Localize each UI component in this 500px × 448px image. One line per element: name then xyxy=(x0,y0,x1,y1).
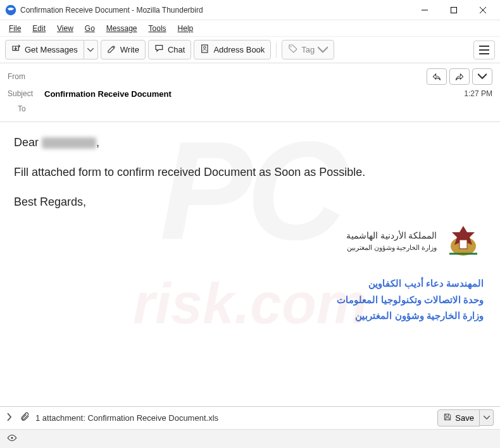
svg-rect-12 xyxy=(459,240,467,249)
menu-message[interactable]: Message xyxy=(101,22,142,35)
address-book-label: Address Book xyxy=(213,45,265,54)
sig-line-2: وحدة الاتصالات وتكنولوجيا المعلومات xyxy=(337,292,484,308)
menu-bar: File Edit View Go Message Tools Help xyxy=(0,20,500,37)
signature-block: المملكة الأردنية الهاشمية وزارة الخارجية… xyxy=(337,223,484,324)
get-messages-button[interactable]: Get Messages xyxy=(5,40,84,59)
chat-icon xyxy=(154,44,165,56)
tag-label: Tag xyxy=(301,45,315,54)
address-book-button[interactable]: Address Book xyxy=(194,40,271,59)
tag-button[interactable]: Tag xyxy=(282,40,334,59)
attachment-bar: 1 attachment: Confirmation Receive Docum… xyxy=(0,406,500,429)
menu-go[interactable]: Go xyxy=(80,22,100,35)
chat-label: Chat xyxy=(168,45,185,54)
redacted-name xyxy=(42,137,96,149)
title-bar: Confirmation Receive Document - Mozilla … xyxy=(0,0,500,20)
from-label: From xyxy=(8,72,44,81)
more-actions-button[interactable] xyxy=(472,68,492,85)
svg-rect-2 xyxy=(451,7,457,13)
message-headers: From Subject Confirmation Receive Docume… xyxy=(0,63,500,122)
save-attachment-button[interactable]: Save xyxy=(437,409,480,426)
menu-file[interactable]: File xyxy=(4,22,26,35)
reply-button[interactable] xyxy=(427,68,447,85)
body-line-1: Fill attached form to confirm received D… xyxy=(14,165,486,180)
toolbar-separator xyxy=(276,42,277,58)
svg-point-13 xyxy=(11,437,13,439)
sig-top-2: وزارة الخارجية وشؤون المغتربين xyxy=(346,242,437,253)
greeting-prefix: Dear xyxy=(14,136,42,149)
get-messages-dropdown[interactable] xyxy=(84,40,98,59)
chat-button[interactable]: Chat xyxy=(148,40,191,59)
message-time: 1:27 PM xyxy=(464,89,492,98)
toolbar: Get Messages Write Chat Address Book Tag xyxy=(0,37,500,63)
sig-top-1: المملكة الأردنية الهاشمية xyxy=(346,229,437,242)
maximize-button[interactable] xyxy=(439,0,468,20)
signature-lines: المهندسة دعاء أديب الكفاوين وحدة الاتصال… xyxy=(337,275,484,324)
signature-header: المملكة الأردنية الهاشمية وزارة الخارجية… xyxy=(346,229,437,253)
to-label: To xyxy=(8,104,44,113)
write-label: Write xyxy=(120,45,139,54)
subject-label: Subject xyxy=(8,89,44,98)
save-icon xyxy=(443,413,452,423)
status-bar xyxy=(0,429,500,448)
sig-line-3: وزارة الخارجية وشؤون المغتربين xyxy=(337,308,484,324)
closing-line: Best Regards, xyxy=(14,194,486,210)
svg-point-7 xyxy=(291,46,292,47)
close-button[interactable] xyxy=(468,0,497,20)
hamburger-icon xyxy=(479,46,489,54)
svg-point-6 xyxy=(204,46,206,48)
expand-attachments-button[interactable] xyxy=(6,413,15,423)
menu-edit[interactable]: Edit xyxy=(27,22,51,35)
forward-button[interactable] xyxy=(449,68,470,85)
minimize-button[interactable] xyxy=(410,0,439,20)
menu-tools[interactable]: Tools xyxy=(144,22,172,35)
message-body: Dear , Fill attached form to confirm rec… xyxy=(0,122,500,435)
download-icon xyxy=(11,44,22,56)
attachment-summary[interactable]: 1 attachment: Confirmation Receive Docum… xyxy=(35,413,432,423)
get-messages-label: Get Messages xyxy=(25,45,78,54)
online-status-icon[interactable] xyxy=(6,433,18,444)
address-book-icon xyxy=(200,44,210,56)
sig-line-1: المهندسة دعاء أديب الكفاوين xyxy=(337,275,484,292)
subject-value: Confirmation Receive Document xyxy=(44,89,464,99)
save-label: Save xyxy=(455,413,474,423)
save-dropdown-button[interactable] xyxy=(480,409,494,426)
app-menu-button[interactable] xyxy=(473,40,495,59)
tag-icon xyxy=(288,44,298,56)
window-title: Confirmation Receive Document - Mozilla … xyxy=(20,6,410,15)
greeting-suffix: , xyxy=(96,136,99,149)
write-button[interactable]: Write xyxy=(101,40,146,59)
thunderbird-icon xyxy=(5,4,16,16)
pencil-icon xyxy=(107,44,117,56)
menu-help[interactable]: Help xyxy=(173,22,199,35)
chevron-down-icon xyxy=(318,45,328,55)
menu-view[interactable]: View xyxy=(52,22,78,35)
coat-of-arms-icon xyxy=(443,223,484,259)
greeting-line: Dear , xyxy=(14,135,486,151)
paperclip-icon xyxy=(20,412,30,424)
